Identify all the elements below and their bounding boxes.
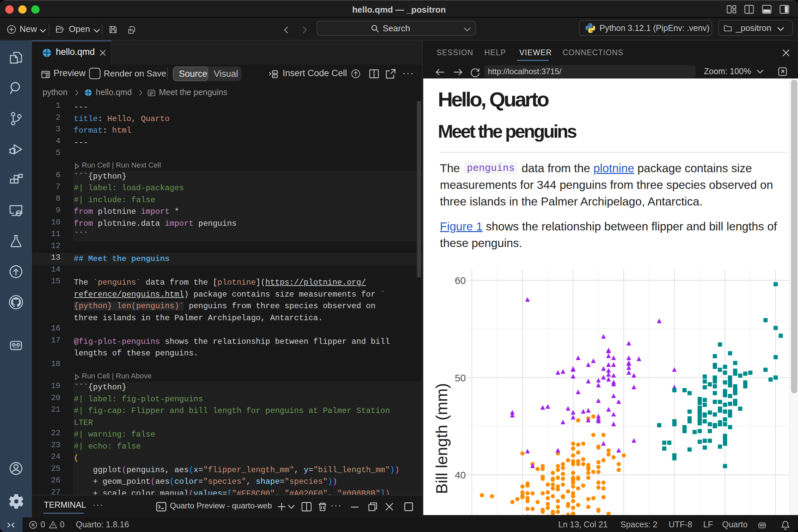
svg-text:Bill length (mm): Bill length (mm) <box>433 383 451 494</box>
svg-text:40: 40 <box>455 470 466 480</box>
svg-text:60: 60 <box>455 275 466 286</box>
svg-text:50: 50 <box>455 373 466 383</box>
